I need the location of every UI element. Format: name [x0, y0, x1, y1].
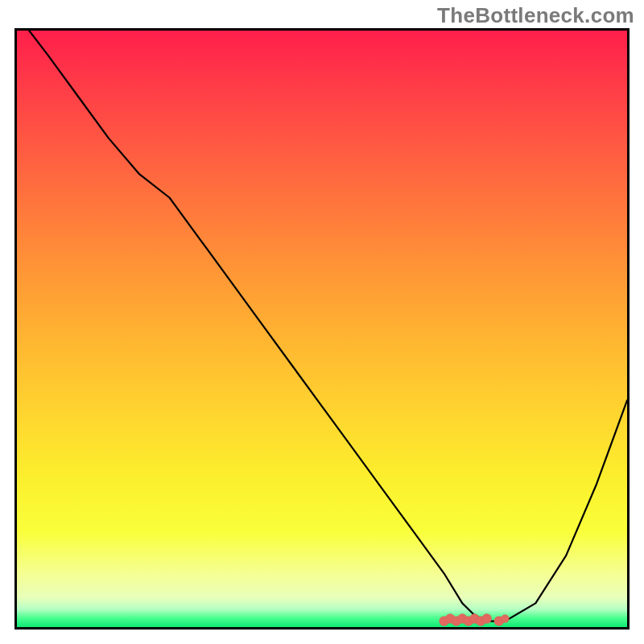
chart-frame	[14, 28, 630, 630]
watermark-text: TheBottleneck.com	[437, 3, 634, 28]
bottleneck-curve	[17, 31, 627, 627]
valley-marker	[501, 615, 509, 623]
valley-marker	[482, 614, 492, 624]
